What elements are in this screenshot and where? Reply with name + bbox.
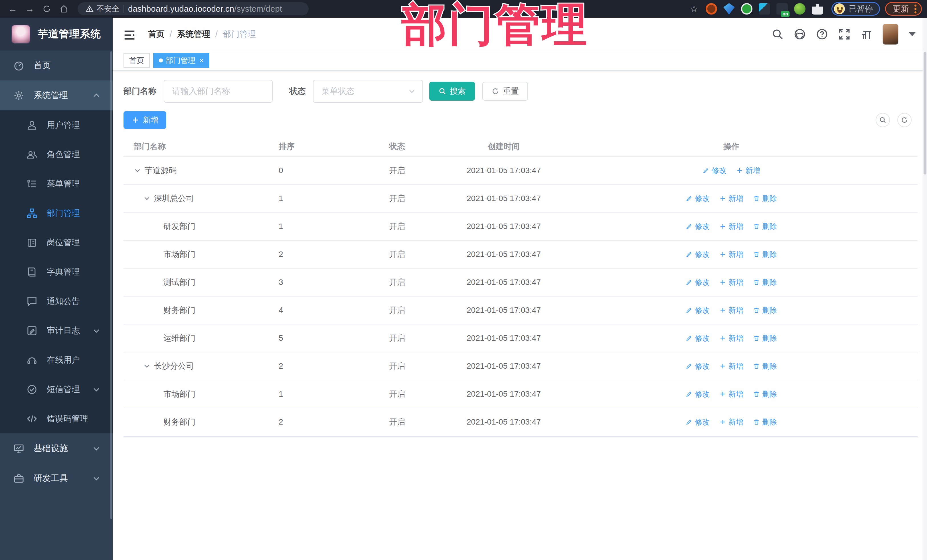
add-row-button[interactable]: 新增 xyxy=(719,417,743,427)
add-row-button[interactable]: 新增 xyxy=(719,278,743,287)
browser-back-button[interactable]: ← xyxy=(5,2,20,16)
sort-cell: 1 xyxy=(268,390,378,399)
search-button[interactable]: 搜索 xyxy=(429,82,475,101)
sidebar-item-在线用户[interactable]: 在线用户 xyxy=(0,345,112,375)
sidebar-item-错误码管理[interactable]: 错误码管理 xyxy=(0,404,112,433)
edit-row-button[interactable]: 修改 xyxy=(686,417,710,427)
extension-icon-grid[interactable] xyxy=(759,3,770,15)
browser-profile-chip[interactable]: 已暂停 xyxy=(831,2,880,16)
sidebar-item-通知公告[interactable]: 通知公告 xyxy=(0,287,112,316)
sidebar-item-短信管理[interactable]: 短信管理 xyxy=(0,375,112,404)
breadcrumb-item[interactable]: 系统管理 xyxy=(177,29,210,40)
add-row-button[interactable]: 新增 xyxy=(719,389,743,399)
close-tab-icon[interactable]: × xyxy=(199,57,204,64)
browser-home-button[interactable] xyxy=(56,2,71,16)
edit-row-button[interactable]: 修改 xyxy=(686,361,710,371)
extension-icon-green-check[interactable] xyxy=(741,3,752,15)
edit-row-button[interactable]: 修改 xyxy=(686,278,710,287)
breadcrumb-item[interactable]: 首页 xyxy=(148,29,164,40)
add-row-button[interactable]: 新增 xyxy=(719,222,743,232)
edit-row-button[interactable]: 修改 xyxy=(702,165,726,176)
extensions-puzzle-icon[interactable] xyxy=(812,3,823,15)
extension-icon-blue-gem[interactable] xyxy=(723,3,735,15)
delete-row-button[interactable]: 删除 xyxy=(753,417,777,427)
status-cell: 开启 xyxy=(378,277,462,288)
sidebar-item-首页[interactable]: 首页 xyxy=(0,50,112,80)
edit-row-button[interactable]: 修改 xyxy=(686,389,710,399)
delete-row-button[interactable]: 删除 xyxy=(753,278,777,287)
browser-update-button[interactable]: 更新 xyxy=(885,2,922,16)
delete-row-button[interactable]: 删除 xyxy=(753,305,777,316)
reset-button[interactable]: 重置 xyxy=(482,82,528,101)
dept-name: 深圳总公司 xyxy=(154,193,194,204)
sidebar-collapse-button[interactable] xyxy=(123,29,136,40)
sidebar-item-字典管理[interactable]: 字典管理 xyxy=(0,257,112,287)
delete-row-button[interactable]: 删除 xyxy=(753,249,777,260)
delete-row-button[interactable]: 删除 xyxy=(753,194,777,203)
sidebar-item-研发工具[interactable]: 研发工具 xyxy=(0,463,112,493)
add-row-button[interactable]: 新增 xyxy=(736,165,760,176)
browser-reload-button[interactable] xyxy=(40,2,54,16)
add-row-button[interactable]: 新增 xyxy=(719,249,743,260)
status-cell: 开启 xyxy=(378,221,462,232)
sidebar-item-审计日志[interactable]: 审计日志 xyxy=(0,316,112,345)
add-row-button[interactable]: 新增 xyxy=(719,194,743,203)
browser-menu-icon[interactable] xyxy=(915,5,916,14)
sidebar-item-角色管理[interactable]: 角色管理 xyxy=(0,140,112,169)
actions-cell: 修改新增删除 xyxy=(545,417,918,427)
dev-tools-icon xyxy=(13,473,24,484)
expand-caret-icon[interactable] xyxy=(143,363,150,370)
dept-name-input[interactable]: 请输入部门名称 xyxy=(164,80,273,103)
fullscreen-icon[interactable] xyxy=(838,28,851,41)
sidebar-item-菜单管理[interactable]: 菜单管理 xyxy=(0,169,112,199)
github-icon[interactable] xyxy=(793,28,806,41)
dept-name: 测试部门 xyxy=(163,277,195,288)
page-scrollbar[interactable] xyxy=(923,18,927,560)
add-row-button[interactable]: 新增 xyxy=(719,361,743,371)
user-menu-caret-icon[interactable] xyxy=(909,32,916,36)
active-tab-dot xyxy=(159,58,163,62)
edit-row-button[interactable]: 修改 xyxy=(686,305,710,316)
address-bar[interactable]: 不安全 dashboard.yudao.iocoder.cn/system/de… xyxy=(78,2,308,15)
edit-row-button[interactable]: 修改 xyxy=(686,194,710,203)
user-avatar[interactable] xyxy=(883,24,898,45)
security-warning[interactable]: 不安全 xyxy=(85,4,120,14)
sidebar-item-部门管理[interactable]: 部门管理 xyxy=(0,199,112,228)
edit-row-button[interactable]: 修改 xyxy=(686,222,710,232)
font-size-icon[interactable] xyxy=(860,28,873,41)
delete-row-button[interactable]: 删除 xyxy=(753,333,777,343)
add-row-button[interactable]: 新增 xyxy=(719,305,743,316)
extension-icon-green-key[interactable] xyxy=(794,3,805,15)
edit-row-button[interactable]: 修改 xyxy=(686,249,710,260)
expand-caret-icon[interactable] xyxy=(134,167,141,174)
edit-row-button[interactable]: 修改 xyxy=(686,333,710,343)
column-header: 状态 xyxy=(378,141,462,152)
sidebar-item-基础设施[interactable]: 基础设施 xyxy=(0,433,112,463)
extension-icon-on-badge[interactable]: on xyxy=(777,3,788,15)
sidebar-scrollbar[interactable] xyxy=(110,51,112,519)
add-dept-button[interactable]: 新增 xyxy=(123,111,166,129)
tag-tab[interactable]: 部门管理× xyxy=(153,53,209,68)
delete-row-button[interactable]: 删除 xyxy=(753,389,777,399)
delete-row-button[interactable]: 删除 xyxy=(753,361,777,371)
refresh-table-button[interactable] xyxy=(897,113,912,127)
browser-forward-button[interactable]: → xyxy=(22,2,37,16)
tag-tab[interactable]: 首页 xyxy=(123,53,150,68)
scrollbar-thumb[interactable] xyxy=(924,52,926,175)
sidebar-item-系统管理[interactable]: 系统管理 xyxy=(0,80,112,110)
delete-row-button[interactable]: 删除 xyxy=(753,222,777,232)
table-row: 研发部门1开启2021-01-05 17:03:47修改新增删除 xyxy=(123,213,918,241)
sidebar-item-用户管理[interactable]: 用户管理 xyxy=(0,110,112,140)
extension-icon-orange[interactable] xyxy=(706,3,717,15)
sidebar-item-label: 用户管理 xyxy=(47,120,80,131)
search-icon[interactable] xyxy=(771,28,784,41)
expand-caret-icon[interactable] xyxy=(143,195,150,202)
action-label: 删除 xyxy=(762,389,777,399)
status-select[interactable]: 菜单状态 xyxy=(313,80,423,103)
sidebar-logo-bar[interactable]: 芋道管理系统 xyxy=(0,18,112,50)
add-row-button[interactable]: 新增 xyxy=(719,333,743,343)
toggle-search-button[interactable] xyxy=(876,113,890,127)
help-icon[interactable] xyxy=(816,28,828,41)
sidebar-item-岗位管理[interactable]: 岗位管理 xyxy=(0,228,112,257)
bookmark-star-icon[interactable]: ☆ xyxy=(687,2,701,16)
